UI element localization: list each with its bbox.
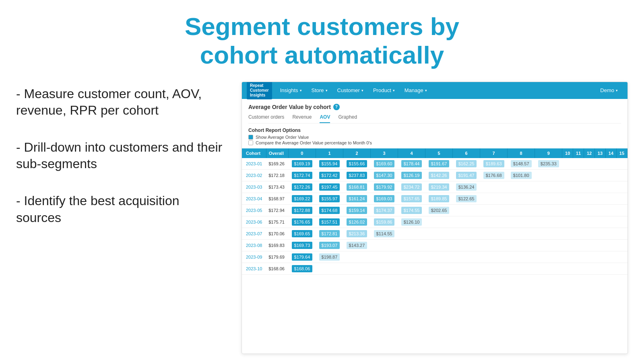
checkbox-show-aov[interactable]: Show Average Order Value	[248, 135, 621, 140]
month-cell	[343, 251, 370, 263]
month-cell: $237.83	[343, 169, 370, 181]
cohort-cell[interactable]: 2023-10	[242, 263, 266, 274]
navbar-insights[interactable]: Insights ▾	[275, 82, 307, 99]
navbar-product[interactable]: Product ▾	[368, 82, 400, 99]
month-cell	[584, 169, 595, 181]
col-header-5: 5	[425, 148, 453, 158]
month-cell: $169.22	[288, 193, 316, 204]
month-cell: $172.42	[316, 169, 343, 181]
month-cell: $169.03	[370, 193, 398, 204]
month-cell: $157.51	[316, 216, 343, 228]
month-cell	[616, 181, 627, 193]
col-header-2: 2	[343, 148, 370, 158]
month-cell	[398, 239, 425, 251]
cohort-cell[interactable]: 2023-08	[242, 239, 266, 251]
cohort-options: Cohort Report Options Show Average Order…	[248, 128, 621, 145]
checkbox-checked-icon[interactable]	[248, 135, 253, 140]
tab-aov[interactable]: AOV	[320, 114, 330, 123]
navbar-manage[interactable]: Manage ▾	[400, 82, 432, 99]
month-cell	[584, 216, 595, 228]
month-cell	[480, 251, 508, 263]
table-row: 2023-02$172.18$172.74$172.42$237.83$147.…	[242, 169, 627, 181]
col-header-4: 4	[398, 148, 425, 158]
col-header-0: 0	[288, 148, 316, 158]
month-cell	[316, 263, 343, 274]
month-cell	[616, 169, 627, 181]
month-cell	[562, 228, 573, 239]
month-cell	[370, 251, 398, 263]
col-header-13: 13	[595, 148, 606, 158]
month-cell	[480, 193, 508, 204]
month-cell	[508, 216, 535, 228]
tab-revenue[interactable]: Revenue	[292, 114, 312, 123]
overall-cell: $175.71	[266, 216, 288, 228]
col-header-overall: Overall	[266, 148, 288, 158]
checkbox-compare-aov[interactable]: Compare the Average Order Value percenta…	[248, 140, 621, 145]
month-cell	[595, 193, 606, 204]
table-body: 2023-01$169.26$169.19$155.94$155.66$169.…	[242, 158, 627, 275]
month-cell	[562, 193, 573, 204]
month-cell	[425, 263, 453, 274]
navbar-brand: Repeat Customer Insights	[247, 82, 272, 99]
col-header-6: 6	[453, 148, 480, 158]
month-cell	[573, 228, 584, 239]
month-cell	[573, 239, 584, 251]
month-cell: $179.64	[288, 251, 316, 263]
month-cell: $169.60	[370, 158, 398, 170]
table-row: 2023-10$168.06$168.06	[242, 263, 627, 274]
cohort-cell[interactable]: 2023-02	[242, 169, 266, 181]
month-cell: $202.65	[425, 204, 453, 216]
month-cell: $234.72	[398, 181, 425, 193]
chevron-down-icon: ▾	[393, 88, 395, 93]
col-header-11: 11	[573, 148, 584, 158]
tab-graphed[interactable]: Graphed	[338, 114, 357, 123]
cohort-cell[interactable]: 2023-04	[242, 193, 266, 204]
month-cell	[535, 263, 562, 274]
col-header-9: 9	[535, 148, 562, 158]
month-cell	[616, 204, 627, 216]
overall-cell: $179.69	[266, 251, 288, 263]
tab-customer-orders[interactable]: Customer orders	[248, 114, 284, 123]
month-cell	[605, 204, 616, 216]
col-header-3: 3	[370, 148, 398, 158]
month-cell	[605, 193, 616, 204]
month-cell: $169.73	[288, 239, 316, 251]
help-icon[interactable]: ?	[333, 104, 340, 110]
page-container: Segment customers by cohort automaticall…	[0, 0, 644, 362]
navbar-customer[interactable]: Customer ▾	[332, 82, 368, 99]
month-cell	[480, 216, 508, 228]
month-cell: $161.24	[343, 193, 370, 204]
checkbox-unchecked-icon[interactable]	[248, 140, 253, 145]
month-cell: $147.30	[370, 169, 398, 181]
month-cell: $162.25	[453, 158, 480, 170]
month-cell	[562, 158, 573, 170]
cohort-cell[interactable]: 2023-06	[242, 216, 266, 228]
overall-cell: $168.97	[266, 193, 288, 204]
chevron-down-icon: ▾	[300, 88, 302, 93]
month-cell	[605, 158, 616, 170]
month-cell	[584, 181, 595, 193]
month-cell	[573, 251, 584, 263]
col-header-14: 14	[605, 148, 616, 158]
cohort-cell[interactable]: 2023-03	[242, 181, 266, 193]
month-cell	[595, 239, 606, 251]
cohort-cell[interactable]: 2023-07	[242, 228, 266, 239]
navbar-demo[interactable]: Demo ▾	[595, 87, 623, 93]
month-cell: $179.92	[370, 181, 398, 193]
overall-cell: $172.18	[266, 169, 288, 181]
month-cell	[508, 228, 535, 239]
cohort-cell[interactable]: 2023-05	[242, 204, 266, 216]
month-cell	[535, 228, 562, 239]
month-cell	[508, 251, 535, 263]
cohort-cell[interactable]: 2023-01	[242, 158, 266, 170]
month-cell	[595, 263, 606, 274]
month-cell	[595, 216, 606, 228]
month-cell: $168.81	[343, 181, 370, 193]
month-cell	[605, 228, 616, 239]
chevron-down-icon: ▾	[425, 88, 427, 93]
month-cell	[573, 169, 584, 181]
month-cell: $178.44	[398, 158, 425, 170]
navbar-store[interactable]: Store ▾	[307, 82, 332, 99]
cohort-cell[interactable]: 2023-09	[242, 251, 266, 263]
chevron-down-icon: ▾	[326, 88, 328, 93]
